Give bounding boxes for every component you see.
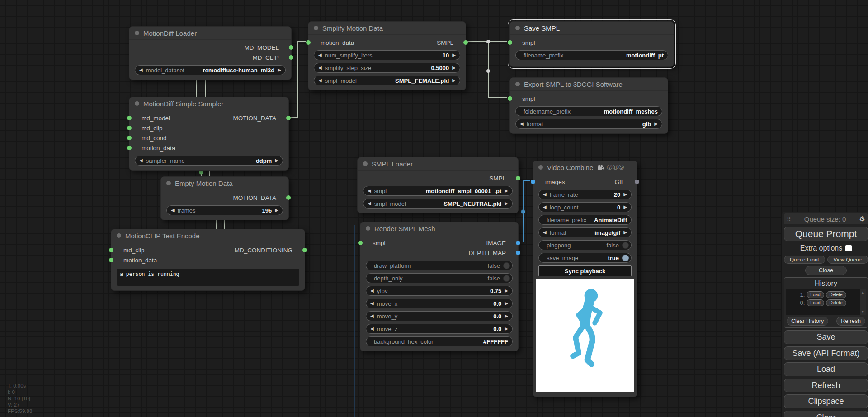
widget-sampler-name[interactable]: ◀sampler_nameddpm▶ (135, 156, 283, 166)
scroll-up-icon[interactable]: ▲ (861, 290, 865, 294)
md_model-input-port[interactable] (127, 116, 132, 120)
widget-decrement-arrow[interactable]: ◀ (370, 301, 374, 306)
widget-format[interactable]: ◀formatglb▶ (515, 119, 662, 129)
history-load-button[interactable]: Load (807, 299, 824, 306)
MD_CLIP-output-port[interactable] (289, 55, 293, 60)
widget-depth-only[interactable]: depth_onlyfalse (366, 273, 513, 283)
sync-playback-button[interactable]: Sync playback (538, 265, 632, 276)
toggle-dot[interactable] (622, 242, 629, 249)
node-collapse-dot[interactable] (314, 26, 318, 30)
widget-increment-arrow[interactable]: ▶ (654, 122, 658, 126)
MD_CONDITIONING-output-port[interactable] (302, 248, 307, 252)
widget-increment-arrow[interactable]: ▶ (452, 66, 456, 70)
save-button[interactable]: Save (784, 330, 868, 344)
widget-decrement-arrow[interactable]: ◀ (520, 122, 524, 126)
SMPL-output-port[interactable] (516, 176, 520, 180)
widget-decrement-arrow[interactable]: ◀ (139, 158, 143, 163)
node-collapse-dot[interactable] (515, 82, 520, 86)
widget-decrement-arrow[interactable]: ◀ (368, 201, 371, 206)
node-export-smpl[interactable]: Export SMPL to 3DCGI Softwaresmplfoldern… (509, 77, 668, 134)
clipspace-button[interactable]: Clipspace (784, 394, 868, 408)
node-motiondiff-simple-sampler[interactable]: MotionDiff Simple Samplermd_modelMOTION_… (129, 97, 289, 171)
widget-model-dataset[interactable]: ◀model_datasetremodiffuse-human_ml3d▶ (135, 65, 286, 75)
node-title-bar[interactable]: Empty Motion Data (161, 177, 288, 190)
md_clip-input-port[interactable] (109, 248, 113, 252)
history-scrollbar[interactable]: ▲ ▼ (860, 289, 866, 315)
DEPTH_MAP-output-port[interactable] (516, 251, 520, 255)
widget-decrement-arrow[interactable]: ◀ (370, 327, 374, 331)
widget-move-y[interactable]: ◀move_y0.0▶ (366, 311, 513, 321)
node-title-bar[interactable]: Export SMPL to 3DCGI Software (510, 78, 668, 91)
widget-decrement-arrow[interactable]: ◀ (318, 53, 322, 57)
widget-filename-prefix[interactable]: filename_prefixAnimateDiff (538, 215, 632, 225)
widget-pingpong[interactable]: pingpongfalse (538, 240, 632, 250)
graph-canvas[interactable]: MotionDiff LoaderMD_MODELMD_CLIP◀model_d… (0, 0, 868, 417)
settings-gear-icon[interactable]: ⚙ (859, 215, 865, 223)
node-title-bar[interactable]: SMPL Loader (358, 157, 518, 171)
node-collapse-dot[interactable] (538, 165, 543, 170)
widget-increment-arrow[interactable]: ▶ (505, 289, 508, 293)
widget-increment-arrow[interactable]: ▶ (505, 314, 508, 318)
node-motiondiff-loader[interactable]: MotionDiff LoaderMD_MODELMD_CLIP◀model_d… (129, 26, 292, 80)
history-load-button[interactable]: Load (807, 291, 824, 298)
widget-move-z[interactable]: ◀move_z0.0▶ (366, 324, 513, 334)
widget-decrement-arrow[interactable]: ◀ (318, 78, 322, 83)
save-api-format-button[interactable]: Save (API Format) (784, 346, 868, 360)
widget-increment-arrow[interactable]: ▶ (278, 68, 281, 72)
node-title-bar[interactable]: Video CombineⓋⒽⓈ (533, 161, 637, 174)
node-video-combine[interactable]: Video CombineⓋⒽⓈimagesGIF◀frame_rate20▶◀… (533, 161, 637, 397)
widget-smpl-model[interactable]: ◀smpl_modelSMPL_NEUTRAL.pkl▶ (363, 199, 513, 208)
node-collapse-dot[interactable] (135, 31, 139, 35)
widget-increment-arrow[interactable]: ▶ (505, 189, 508, 193)
widget-smplify-step-size[interactable]: ◀smplify_step_size0.5000▶ (314, 63, 460, 73)
widget-increment-arrow[interactable]: ▶ (452, 78, 456, 83)
clear-button[interactable]: Clear (784, 411, 868, 417)
widget-decrement-arrow[interactable]: ◀ (368, 189, 371, 193)
extra-options-checkbox[interactable] (845, 245, 852, 251)
md_cond-input-port[interactable] (127, 136, 132, 140)
widget-decrement-arrow[interactable]: ◀ (543, 192, 547, 197)
smpl-input-port[interactable] (508, 40, 512, 45)
widget-frames[interactable]: ◀frames196▶ (166, 205, 283, 215)
history-refresh-button[interactable]: Refresh (836, 317, 865, 326)
refresh-button[interactable]: Refresh (784, 379, 868, 393)
widget-increment-arrow[interactable]: ▶ (275, 158, 278, 163)
widget-decrement-arrow[interactable]: ◀ (370, 289, 374, 293)
images-input-port[interactable] (531, 180, 535, 184)
node-collapse-dot[interactable] (366, 226, 370, 231)
widget-increment-arrow[interactable]: ▶ (623, 230, 627, 235)
node-title-bar[interactable]: Render SMPL Mesh (360, 222, 518, 235)
node-title-bar[interactable]: Save SMPL (510, 22, 674, 35)
node-title-bar[interactable]: MotionDiff Simple Sampler (129, 97, 288, 110)
history-delete-button[interactable]: Delete (826, 299, 846, 306)
toggle-dot[interactable] (622, 255, 629, 261)
toggle-dot[interactable] (503, 262, 510, 269)
widget-increment-arrow[interactable]: ▶ (623, 192, 627, 197)
widget-increment-arrow[interactable]: ▶ (505, 201, 508, 206)
queue-prompt-button[interactable]: Queue Prompt (784, 227, 868, 241)
scroll-down-icon[interactable]: ▼ (861, 310, 865, 314)
node-collapse-dot[interactable] (117, 233, 121, 238)
queue-front-button[interactable]: Queue Front (784, 256, 825, 264)
clear-history-button[interactable]: Clear History (787, 317, 828, 326)
menu-drag-handle-icon[interactable]: ⠿ (787, 216, 791, 223)
load-button[interactable]: Load (784, 362, 868, 376)
md_clip-input-port[interactable] (127, 126, 132, 130)
widget-increment-arrow[interactable]: ▶ (505, 301, 508, 306)
widget-smpl[interactable]: ◀smplmotiondiff_smpl_00001_.pt▶ (363, 186, 513, 196)
widget-increment-arrow[interactable]: ▶ (505, 327, 508, 331)
MOTION_DATA-output-port[interactable] (286, 195, 291, 200)
smpl-input-port[interactable] (508, 96, 512, 101)
node-smplify-motion-data[interactable]: Smplify Motion Datamotion_dataSMPL◀num_s… (308, 21, 466, 90)
widget-yfov[interactable]: ◀yfov0.75▶ (366, 286, 513, 296)
link-dot[interactable] (199, 171, 203, 175)
widget-increment-arrow[interactable]: ▶ (623, 205, 627, 209)
motion_data-input-port[interactable] (109, 258, 113, 262)
node-collapse-dot[interactable] (166, 181, 171, 185)
widget-num-smplify-iters[interactable]: ◀num_smplify_iters10▶ (314, 50, 460, 60)
widget-increment-arrow[interactable]: ▶ (452, 53, 456, 57)
widget-decrement-arrow[interactable]: ◀ (543, 230, 547, 235)
GIF-output-port[interactable] (635, 180, 639, 184)
widget-increment-arrow[interactable]: ▶ (275, 208, 278, 213)
node-title-bar[interactable]: MotionDiff Loader (129, 27, 291, 40)
